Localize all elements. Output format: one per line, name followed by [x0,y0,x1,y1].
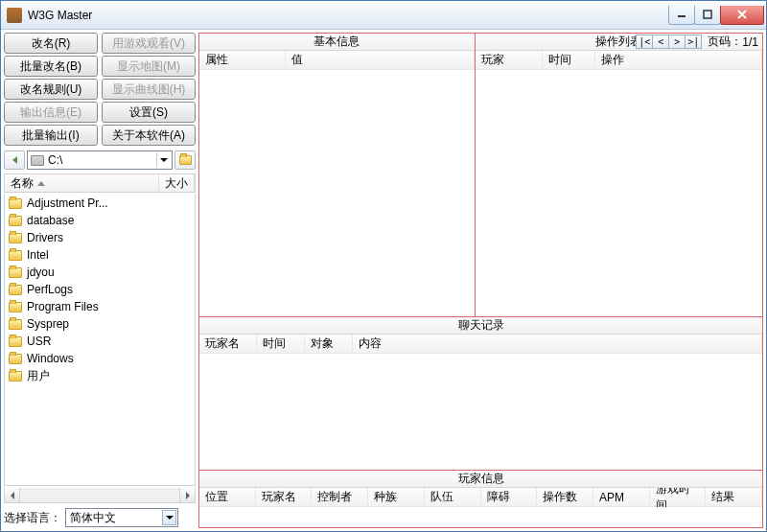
output-info-button[interactable]: 输出信息(E) [4,102,98,123]
col-player-info[interactable]: APM [593,488,650,506]
about-button[interactable]: 关于本软件(A) [102,125,196,146]
col-time[interactable]: 时间 [543,51,595,69]
folder-icon [9,285,22,295]
app-icon [7,8,22,23]
lang-label: 选择语言： [4,510,61,526]
col-chat-player[interactable]: 玩家名 [199,335,257,353]
folder-icon [9,319,22,330]
file-list[interactable]: Adjustment Pr...databaseDriversInteljdyo… [4,195,196,486]
list-item[interactable]: jdyou [5,264,195,281]
list-item[interactable]: PerfLogs [5,281,195,298]
file-name: database [27,214,74,227]
show-curve-button[interactable]: 显示曲线图(H) [102,79,196,100]
settings-button[interactable]: 设置(S) [102,102,196,123]
rename-rule-button[interactable]: 改名规则(U) [4,79,98,100]
lang-combo[interactable]: 简体中文 [65,508,178,527]
drive-combo[interactable]: C:\ [27,150,173,170]
list-item[interactable]: Adjustment Pr... [5,195,195,212]
col-player-info[interactable]: 玩家名 [256,488,313,506]
titlebar[interactable]: W3G Master [1,1,766,30]
sort-asc-icon [37,181,45,186]
col-op[interactable]: 操作 [595,51,762,69]
col-player-info[interactable]: 队伍 [425,488,481,506]
right-column: 基本信息 属性 值 操作列表 |< < > >| [198,33,763,528]
col-player-info[interactable]: 位置 [199,488,256,506]
list-item[interactable]: database [5,212,195,229]
svg-rect-0 [678,15,686,17]
chat-panel: 聊天记录 玩家名 时间 对象 内容 [199,316,762,470]
list-item[interactable]: Program Files [5,298,195,315]
lang-value: 简体中文 [70,510,116,526]
col-player-info[interactable]: 控制者 [312,488,368,506]
player-panel: 玩家信息 位置玩家名控制者种族队伍障碍操作数APM游戏时间结果 [199,470,762,527]
ops-prev-button[interactable]: < [652,35,669,49]
chat-body[interactable] [199,354,762,470]
file-name: USR [27,335,51,348]
close-button[interactable] [720,6,764,25]
batch-rename-button[interactable]: 批量改名(B) [4,56,98,77]
list-item[interactable]: 用户 [5,367,195,384]
col-player-info[interactable]: 结果 [706,488,762,506]
scroll-right-button[interactable] [179,488,195,502]
col-player[interactable]: 玩家 [476,51,543,69]
rename-button[interactable]: 改名(R) [4,33,98,54]
list-item[interactable]: Intel [5,246,195,264]
col-player-info[interactable]: 障碍 [481,488,538,506]
list-item[interactable]: USR [5,333,195,350]
file-name: Drivers [27,231,63,244]
minimize-button[interactable] [668,6,695,25]
watch-button[interactable]: 用游戏观看(V) [102,33,196,54]
list-item[interactable]: Windows [5,350,195,367]
batch-output-button[interactable]: 批量输出(I) [4,125,98,146]
maximize-button[interactable] [694,6,721,25]
basic-info-title: 基本信息 [199,34,475,51]
app-window: W3G Master 改名(R) 用游戏观看(V) 批量改名(B) 显示地图(M… [0,0,767,532]
folder-icon [9,198,22,209]
window-title: W3G Master [28,9,669,22]
ops-next-button[interactable]: > [668,35,686,49]
folder-icon [9,354,22,364]
open-folder-button[interactable] [174,150,196,170]
drive-path: C:\ [48,153,62,167]
ops-panel: 操作列表 |< < > >| 页码： 1/1 玩家 时间 操作 [476,34,762,316]
folder-icon [9,233,22,243]
ops-first-button[interactable]: |< [636,35,653,49]
folder-icon [9,216,22,226]
col-value[interactable]: 值 [286,51,475,69]
file-list-header: 名称 大小 [4,173,196,193]
ops-title: 操作列表 [595,34,641,50]
player-title: 玩家信息 [199,471,762,488]
folder-icon [9,336,22,347]
arrow-left-icon [12,156,17,164]
ops-last-button[interactable]: >| [685,35,702,49]
list-item[interactable]: Drivers [5,229,195,246]
ops-body[interactable] [476,70,762,316]
col-player-info[interactable]: 操作数 [537,488,593,506]
player-body[interactable] [199,507,762,527]
folder-icon [9,371,22,382]
col-chat-content[interactable]: 内容 [353,335,762,353]
col-attr[interactable]: 属性 [199,51,286,69]
chevron-down-icon[interactable] [162,510,176,525]
col-player-info[interactable]: 种族 [368,488,425,506]
svg-rect-1 [704,11,711,18]
chevron-down-icon[interactable] [156,152,170,168]
folder-icon [9,250,22,261]
nav-back-button[interactable] [4,150,25,170]
file-name: Windows [27,352,74,365]
chat-title: 聊天记录 [199,317,762,335]
ops-page-value: 1/1 [742,35,758,49]
col-chat-time[interactable]: 时间 [257,335,305,353]
scroll-left-button[interactable] [5,488,20,502]
col-chat-target[interactable]: 对象 [305,335,353,353]
list-item[interactable]: Sysprep [5,315,195,333]
show-map-button[interactable]: 显示地图(M) [102,56,196,77]
file-name: Sysprep [27,317,69,331]
col-player-info[interactable]: 游戏时间 [650,488,707,506]
col-name[interactable]: 名称 [5,174,159,192]
col-size[interactable]: 大小 [159,174,195,192]
file-name: Intel [27,248,49,262]
folder-open-icon [179,155,192,165]
h-scrollbar[interactable] [4,488,196,503]
basic-info-body[interactable] [199,70,475,316]
